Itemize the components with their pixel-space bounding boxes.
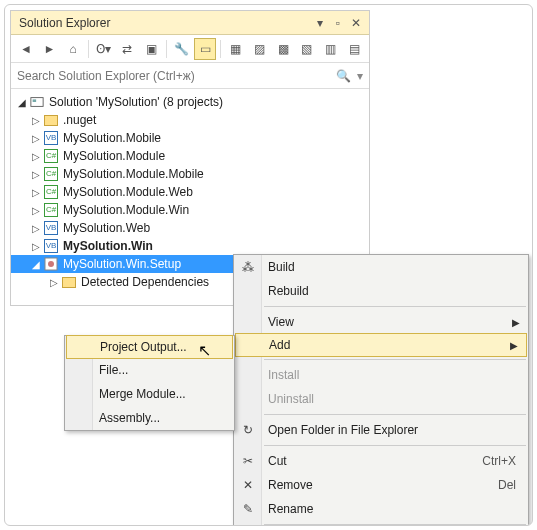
tb-icon-6[interactable]: ▤ [343, 38, 365, 60]
window-dropdown-icon[interactable]: ▾ [311, 14, 329, 32]
menu-label: Project Output... [100, 340, 187, 354]
cs-project-icon: C# [43, 202, 59, 218]
menu-label: Uninstall [268, 392, 314, 406]
tree-item-nuget[interactable]: ▷ .nuget [11, 111, 369, 129]
tree-label: MySolution.Web [63, 221, 150, 235]
home-icon[interactable]: ⌂ [62, 38, 84, 60]
expander-icon[interactable]: ◢ [29, 259, 43, 270]
menu-install: Install [234, 363, 528, 387]
expander-icon[interactable]: ▷ [29, 133, 43, 144]
svg-rect-1 [33, 99, 37, 102]
close-icon[interactable]: ✕ [347, 14, 365, 32]
wrench-icon[interactable]: 🔧 [171, 38, 193, 60]
rename-icon: ✎ [239, 502, 257, 516]
cs-project-icon: C# [43, 166, 59, 182]
cut-icon: ✂ [239, 454, 257, 468]
menu-label: Merge Module... [99, 387, 186, 401]
search-bar[interactable]: 🔍 ▾ [11, 63, 369, 89]
setup-project-icon [43, 256, 59, 272]
expander-icon[interactable]: ▷ [47, 277, 61, 288]
vb-project-icon: VB [43, 238, 59, 254]
toolbar: ◄ ► ⌂ ʘ▾ ⇄ ▣ 🔧 ▭ ▦ ▨ ▩ ▧ ▥ ▤ [11, 35, 369, 63]
tb-icon-1[interactable]: ▦ [225, 38, 247, 60]
menu-label: Rename [268, 502, 313, 516]
expander-icon[interactable]: ▷ [29, 151, 43, 162]
search-input[interactable] [17, 69, 336, 83]
tb-icon-3[interactable]: ▩ [272, 38, 294, 60]
collapse-icon[interactable]: ▣ [140, 38, 162, 60]
expander-icon[interactable]: ▷ [29, 223, 43, 234]
tree-label: Detected Dependencies [81, 275, 209, 289]
expander-icon[interactable]: ▷ [29, 115, 43, 126]
tree-label: Solution 'MySolution' (8 projects) [49, 95, 223, 109]
search-dropdown-icon[interactable]: ▾ [357, 69, 363, 83]
tb-icon-4[interactable]: ▧ [296, 38, 318, 60]
submenu-assembly[interactable]: Assembly... [65, 406, 234, 430]
expander-icon[interactable]: ▷ [29, 241, 43, 252]
menu-build[interactable]: ⁂ Build [234, 255, 528, 279]
add-submenu: Project Output... File... Merge Module..… [64, 335, 235, 431]
tree-item-win[interactable]: ▷ VB MySolution.Win [11, 237, 369, 255]
expander-icon[interactable]: ▷ [29, 205, 43, 216]
folder-icon [61, 274, 77, 290]
tree-label: MySolution.Win.Setup [63, 257, 181, 271]
sync-icon[interactable]: ⇄ [117, 38, 139, 60]
menu-label: File... [99, 363, 128, 377]
tb-icon-5[interactable]: ▥ [320, 38, 342, 60]
menu-cut[interactable]: ✂ Cut Ctrl+X [234, 449, 528, 473]
menu-label: Remove [268, 478, 313, 492]
menu-rebuild[interactable]: Rebuild [234, 279, 528, 303]
menu-label: Add [269, 338, 290, 352]
submenu-merge-module[interactable]: Merge Module... [65, 382, 234, 406]
menu-label: Install [268, 368, 299, 382]
tree-label: MySolution.Module.Web [63, 185, 193, 199]
menu-shortcut: Ctrl+X [482, 454, 516, 468]
panel-titlebar: Solution Explorer ▾ ▫ ✕ [11, 11, 369, 35]
tree-label: MySolution.Win [63, 239, 153, 253]
context-menu: ⁂ Build Rebuild View ▶ Add ▶ Install Uni… [233, 254, 529, 526]
tree-item-mobile[interactable]: ▷ VB MySolution.Mobile [11, 129, 369, 147]
expander-icon[interactable]: ◢ [15, 97, 29, 108]
menu-add[interactable]: Add ▶ [235, 333, 527, 357]
submenu-arrow-icon: ▶ [510, 340, 518, 351]
folder-icon [43, 112, 59, 128]
cs-project-icon: C# [43, 148, 59, 164]
menu-label: Assembly... [99, 411, 160, 425]
refresh-icon[interactable]: ʘ▾ [93, 38, 115, 60]
menu-rename[interactable]: ✎ Rename [234, 497, 528, 521]
svg-point-3 [48, 261, 54, 267]
menu-label: Build [268, 260, 295, 274]
cs-project-icon: C# [43, 184, 59, 200]
menu-view[interactable]: View ▶ [234, 310, 528, 334]
show-all-icon[interactable]: ▭ [194, 38, 216, 60]
tree-label: MySolution.Module.Mobile [63, 167, 204, 181]
search-icon[interactable]: 🔍 [336, 69, 351, 83]
menu-label: Open Folder in File Explorer [268, 423, 418, 437]
back-icon[interactable]: ◄ [15, 38, 37, 60]
menu-label: Rebuild [268, 284, 309, 298]
tree-item-module-web[interactable]: ▷ C# MySolution.Module.Web [11, 183, 369, 201]
tree-item-module[interactable]: ▷ C# MySolution.Module [11, 147, 369, 165]
solution-icon [29, 94, 45, 110]
expander-icon[interactable]: ▷ [29, 187, 43, 198]
vb-project-icon: VB [43, 220, 59, 236]
tree-item-module-win[interactable]: ▷ C# MySolution.Module.Win [11, 201, 369, 219]
pin-icon[interactable]: ▫ [329, 14, 347, 32]
forward-icon[interactable]: ► [39, 38, 61, 60]
vb-project-icon: VB [43, 130, 59, 146]
tree-item-web[interactable]: ▷ VB MySolution.Web [11, 219, 369, 237]
submenu-project-output[interactable]: Project Output... [66, 335, 233, 359]
tree-label: MySolution.Module.Win [63, 203, 189, 217]
expander-icon[interactable]: ▷ [29, 169, 43, 180]
submenu-file[interactable]: File... [65, 358, 234, 382]
tree-item-module-mobile[interactable]: ▷ C# MySolution.Module.Mobile [11, 165, 369, 183]
menu-open-folder[interactable]: ↻ Open Folder in File Explorer [234, 418, 528, 442]
tb-icon-2[interactable]: ▨ [249, 38, 271, 60]
tree-root[interactable]: ◢ Solution 'MySolution' (8 projects) [11, 93, 369, 111]
menu-uninstall: Uninstall [234, 387, 528, 411]
menu-remove[interactable]: ✕ Remove Del [234, 473, 528, 497]
menu-label: View [268, 315, 294, 329]
tree-label: .nuget [63, 113, 96, 127]
panel-title: Solution Explorer [15, 16, 311, 30]
build-icon: ⁂ [239, 260, 257, 274]
